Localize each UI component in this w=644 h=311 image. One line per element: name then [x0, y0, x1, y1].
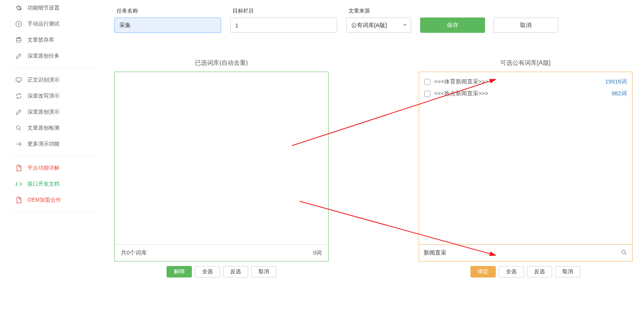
- cancel-select-button[interactable]: 取消: [555, 266, 580, 277]
- lib-row[interactable]: <<<体育新闻直采>>> 19916词: [424, 76, 627, 88]
- available-lib-panel: 可选公有词库[A版] <<<体育新闻直采>>> 19916词 <<<热点新闻直采…: [419, 59, 633, 277]
- sidebar-label: 深度改写演示: [27, 93, 59, 99]
- cancel-button[interactable]: 取消: [493, 18, 558, 33]
- selected-lib-word-count: 0词: [313, 249, 322, 256]
- selected-lib-box: 共0个词库 0词: [114, 72, 329, 261]
- sidebar-label: 深度原创演示: [27, 109, 59, 115]
- select-all-button[interactable]: 全选: [499, 266, 524, 277]
- checkbox[interactable]: [424, 79, 430, 85]
- svg-point-4: [622, 250, 625, 253]
- sidebar-label: 平台功能详解: [27, 165, 59, 172]
- sidebar-item-body-recognition[interactable]: 正文识别演示: [8, 72, 99, 88]
- sidebar-divider: [11, 68, 95, 68]
- svg-point-3: [16, 126, 20, 129]
- sidebar-label: 正文识别演示: [27, 77, 59, 83]
- checkbox[interactable]: [424, 91, 430, 97]
- article-source-select[interactable]: [346, 18, 411, 33]
- sidebar-item-deep-rewrite[interactable]: 深度改写演示: [8, 88, 99, 104]
- target-column-label: 目标栏目: [230, 8, 337, 14]
- available-lib-title: 可选公有词库[A版]: [419, 59, 633, 67]
- task-name-label: 任务名称: [114, 8, 221, 14]
- svg-point-1: [16, 37, 21, 39]
- play-icon: [15, 21, 22, 27]
- cogs-icon: [15, 5, 22, 11]
- sidebar-label: 更多演示功能: [27, 141, 59, 147]
- main-area: 任务名称 目标栏目 文章来源 保存 取消 已选词库(自动去重) 共0个词库: [114, 8, 633, 33]
- lib-label: <<<体育新闻直采>>>: [434, 78, 602, 85]
- save-button[interactable]: 保存: [420, 18, 485, 33]
- lib-search-input[interactable]: [424, 245, 618, 261]
- sidebar-item-more-demos[interactable]: 更多演示功能: [8, 136, 99, 152]
- sidebar-item-oem[interactable]: OEM加盟合作: [8, 192, 99, 208]
- sidebar-label: 文章原创检测: [27, 125, 59, 131]
- form-row: 任务名称 目标栏目 文章来源 保存 取消: [114, 8, 633, 33]
- sidebar-divider: [11, 156, 95, 156]
- unbind-button[interactable]: 解绑: [167, 266, 192, 277]
- panels: 已选词库(自动去重) 共0个词库 0词 解绑 全选 反选 取消 可选公有词库[A…: [114, 59, 633, 277]
- sidebar-item-api-docs[interactable]: 接口开发文档: [8, 176, 99, 192]
- lib-row[interactable]: <<<热点新闻直采>>> 982词: [424, 88, 627, 99]
- file-icon: [15, 165, 22, 172]
- svg-rect-2: [16, 78, 21, 81]
- database-icon: [15, 37, 22, 43]
- sidebar-label: 接口开发文档: [27, 181, 59, 188]
- selected-lib-panel: 已选词库(自动去重) 共0个词库 0词 解绑 全选 反选 取消: [114, 59, 329, 277]
- file-icon: [15, 197, 22, 204]
- sidebar-item-detail-settings[interactable]: 功能细节设置: [8, 0, 99, 16]
- sidebar-item-deep-original[interactable]: 深度原创任务: [8, 48, 99, 64]
- target-column-input[interactable]: [230, 18, 337, 33]
- invert-select-button[interactable]: 反选: [527, 266, 552, 277]
- share-icon: [15, 141, 22, 147]
- monitor-icon: [15, 77, 22, 83]
- bind-button[interactable]: 绑定: [471, 266, 496, 277]
- sidebar-item-deep-original-demo[interactable]: 深度原创演示: [8, 104, 99, 120]
- selected-lib-footer: 共0个词库 0词: [115, 244, 328, 261]
- sidebar-item-originality-check[interactable]: 文章原创检测: [8, 120, 99, 136]
- selected-lib-buttons: 解绑 全选 反选 取消: [114, 266, 329, 277]
- available-lib-buttons: 绑定 全选 反选 取消: [419, 266, 633, 277]
- search-icon: [15, 125, 22, 131]
- refresh-icon: [15, 93, 22, 99]
- selected-lib-body: [115, 72, 328, 244]
- lib-label: <<<热点新闻直采>>>: [434, 90, 608, 97]
- sidebar-item-manual-run[interactable]: 手动运行测试: [8, 16, 99, 32]
- invert-select-button[interactable]: 反选: [223, 266, 248, 277]
- edit-icon: [15, 53, 22, 59]
- lib-word-count[interactable]: 19916词: [605, 78, 627, 85]
- sidebar-label: OEM加盟合作: [27, 197, 61, 204]
- sidebar-label: 手动运行测试: [27, 21, 59, 27]
- sidebar-label: 文章暂存库: [27, 37, 54, 43]
- selected-lib-title: 已选词库(自动去重): [114, 59, 329, 67]
- available-lib-box: <<<体育新闻直采>>> 19916词 <<<热点新闻直采>>> 982词: [419, 72, 633, 261]
- lib-word-count[interactable]: 982词: [612, 90, 627, 97]
- sidebar: 功能细节设置 手动运行测试 文章暂存库 深度原创任务 正文识别演示 深度改写演示…: [8, 0, 99, 216]
- sidebar-label: 深度原创任务: [27, 53, 59, 59]
- cancel-select-button[interactable]: 取消: [251, 266, 276, 277]
- sidebar-item-article-cache[interactable]: 文章暂存库: [8, 32, 99, 48]
- selected-lib-count-label: 共0个词库: [121, 249, 147, 256]
- edit-icon: [15, 109, 22, 115]
- select-all-button[interactable]: 全选: [195, 266, 220, 277]
- sidebar-divider: [11, 212, 95, 212]
- article-source-label: 文章来源: [346, 8, 411, 14]
- available-lib-search: [419, 244, 633, 261]
- code-icon: [15, 181, 22, 188]
- task-name-input[interactable]: [114, 18, 221, 33]
- sidebar-label: 功能细节设置: [27, 5, 59, 11]
- available-lib-body: <<<体育新闻直采>>> 19916词 <<<热点新闻直采>>> 982词: [419, 72, 633, 244]
- search-icon[interactable]: [621, 249, 628, 257]
- sidebar-item-platform-docs[interactable]: 平台功能详解: [8, 160, 99, 176]
